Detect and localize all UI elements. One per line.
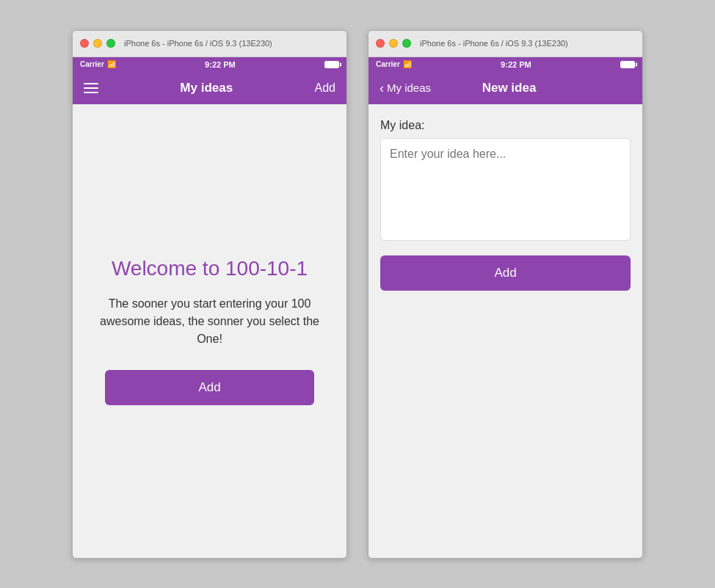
back-button[interactable]: ‹ My ideas bbox=[380, 81, 431, 95]
simulator-title-2: iPhone 6s - iPhone 6s / iOS 9.3 (13E230) bbox=[420, 39, 568, 48]
field-label: My idea: bbox=[380, 119, 631, 132]
status-bar-1: Carrier 📶 9:22 PM bbox=[73, 57, 346, 72]
screen1-content: Welcome to 100-10-1 The sooner you start… bbox=[73, 104, 346, 558]
back-label: My ideas bbox=[387, 81, 431, 94]
idea-textarea[interactable] bbox=[380, 138, 631, 241]
screen2-content: My idea: Add bbox=[369, 104, 642, 558]
welcome-text: The sooner you start entering your 100 a… bbox=[87, 295, 332, 348]
screen1-nav-title: My ideas bbox=[180, 81, 233, 95]
menu-icon[interactable] bbox=[84, 83, 98, 93]
nav-bar-2: ‹ My ideas New idea bbox=[369, 72, 642, 104]
wifi-icon-2: 📶 bbox=[403, 60, 412, 68]
title-bar-2: iPhone 6s - iPhone 6s / iOS 9.3 (13E230) bbox=[369, 31, 642, 57]
battery-icon-2 bbox=[620, 61, 635, 68]
welcome-title: Welcome to 100-10-1 bbox=[112, 257, 308, 280]
battery-icon bbox=[324, 61, 339, 68]
close-button[interactable] bbox=[80, 39, 89, 48]
carrier-label-2: Carrier bbox=[376, 60, 400, 68]
screen2-add-button[interactable]: Add bbox=[380, 255, 631, 291]
time-label-2: 9:22 PM bbox=[501, 60, 531, 69]
minimize-button-2[interactable] bbox=[389, 39, 398, 48]
screen2-nav-title: New idea bbox=[482, 81, 537, 95]
title-bar-1: iPhone 6s - iPhone 6s / iOS 9.3 (13E230) bbox=[73, 31, 346, 57]
hamburger-line-2 bbox=[84, 87, 98, 89]
hamburger-line-1 bbox=[84, 83, 98, 84]
chevron-left-icon: ‹ bbox=[380, 81, 384, 95]
status-bar-2: Carrier 📶 9:22 PM bbox=[369, 57, 642, 72]
time-label: 9:22 PM bbox=[205, 60, 236, 69]
simulator-title: iPhone 6s - iPhone 6s / iOS 9.3 (13E230) bbox=[124, 39, 272, 48]
minimize-button[interactable] bbox=[93, 39, 102, 48]
hamburger-line-3 bbox=[84, 92, 98, 93]
maximize-button[interactable] bbox=[106, 39, 115, 48]
nav-bar-1: My ideas Add bbox=[73, 72, 346, 104]
screen1-add-button[interactable]: Add bbox=[105, 370, 314, 405]
close-button-2[interactable] bbox=[376, 39, 385, 48]
maximize-button-2[interactable] bbox=[402, 39, 411, 48]
phone-1: iPhone 6s - iPhone 6s / iOS 9.3 (13E230)… bbox=[72, 30, 347, 559]
carrier-label: Carrier bbox=[80, 60, 104, 68]
wifi-icon: 📶 bbox=[107, 60, 116, 68]
phone-2: iPhone 6s - iPhone 6s / iOS 9.3 (13E230)… bbox=[368, 30, 643, 559]
screen1-add-nav-button[interactable]: Add bbox=[315, 81, 335, 95]
